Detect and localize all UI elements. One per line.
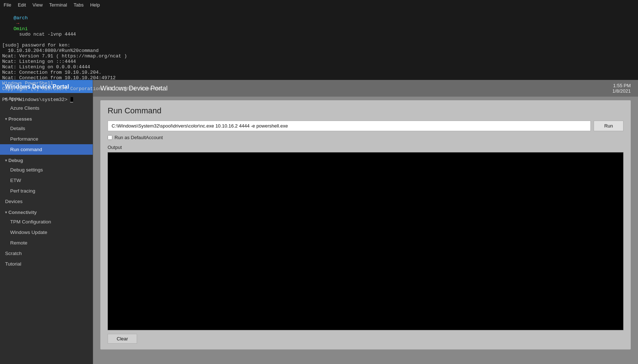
debug-arrow-icon: ▾ [5,158,7,162]
terminal-line-2: Ncat: Listening on :::4444 [2,59,636,64]
run-button[interactable]: Run [594,121,623,131]
sidebar-item-debug-settings[interactable]: Debug settings [0,165,93,175]
connectivity-arrow-icon: ▾ [5,210,7,214]
sidebar-item-azure-clients[interactable]: Azure Clients [0,103,93,113]
menu-bar: File Edit View Terminal Tabs Help [2,1,636,9]
command-input[interactable] [108,121,591,131]
terminal-prompt-ps: PS C:\Windows\system32> █ [2,97,636,102]
main-wrapper: Windows Device Portal ▸ Apps Azure Clien… [0,80,638,364]
panel-title: Run Command [108,106,623,116]
terminal-line-6: Windows PowerShell [2,81,636,86]
clear-button[interactable]: Clear [108,334,137,344]
terminal-line-8 [2,92,636,97]
output-area [108,152,623,330]
terminal-line-7: Copyright (C) Microsoft Corporation. All… [2,86,636,92]
run-as-default-checkbox[interactable] [108,135,112,140]
terminal-line-sudo: [sudo] password for ken: [2,43,636,48]
run-command-panel: Run Command Run Run as DefaultAccount Ou… [100,100,631,349]
terminal-prompt-line: @arch → Omini sudo ncat -lvnp 4444 [2,10,636,43]
processes-arrow-icon: ▾ [5,117,7,121]
menu-terminal[interactable]: Terminal [49,2,67,8]
command-row: Run [108,121,623,131]
terminal: File Edit View Terminal Tabs Help @arch … [0,0,638,80]
sidebar-item-devices[interactable]: Devices [0,196,93,207]
sidebar-item-perf-tracing[interactable]: Perf tracing [0,186,93,196]
menu-help[interactable]: Help [90,2,100,8]
sidebar-item-run-command[interactable]: Run command [0,144,93,155]
checkbox-label: Run as DefaultAccount [115,135,163,140]
sidebar-section-processes[interactable]: ▾ Processes [0,113,93,123]
sidebar-item-windows-update[interactable]: Windows Update [0,227,93,238]
checkbox-row: Run as DefaultAccount [108,135,623,140]
sidebar-section-connectivity[interactable]: ▾ Connectivity [0,207,93,217]
debug-label: Debug [8,158,23,163]
sidebar-item-details[interactable]: Details [0,123,93,134]
sidebar-item-remote[interactable]: Remote [0,238,93,248]
content-area: Windows Device Portal 1:55 PM 1/8/2021 R… [93,80,638,364]
terminal-line-3: Ncat: Listening on 0.0.0.0:4444 [2,64,636,70]
sidebar-item-performance[interactable]: Performance [0,134,93,144]
sidebar-item-tutorial[interactable]: Tutorial [0,259,93,269]
sidebar-item-etw[interactable]: ETW [0,175,93,186]
terminal-line-5: Ncat: Connection from 10.10.10.204:49712 [2,75,636,81]
sidebar: Windows Device Portal ▸ Apps Azure Clien… [0,80,93,364]
connectivity-label: Connectivity [8,210,37,215]
sidebar-item-scratch[interactable]: Scratch [0,248,93,259]
terminal-line-1: Ncat: Version 7.91 ( https://nmap.org/nc… [2,53,636,59]
menu-edit[interactable]: Edit [18,2,26,8]
output-label: Output [108,145,623,150]
sidebar-item-tpm[interactable]: TPM Configuration [0,217,93,227]
menu-tabs[interactable]: Tabs [73,2,83,8]
sidebar-section-debug[interactable]: ▾ Debug [0,155,93,165]
terminal-line-url: 10.10.10.204:8080/#Run%20command [2,48,636,53]
processes-label: Processes [8,116,32,122]
menu-file[interactable]: File [4,2,11,8]
menu-view[interactable]: View [32,2,43,8]
terminal-line-4: Ncat: Connection from 10.10.10.204. [2,70,636,75]
